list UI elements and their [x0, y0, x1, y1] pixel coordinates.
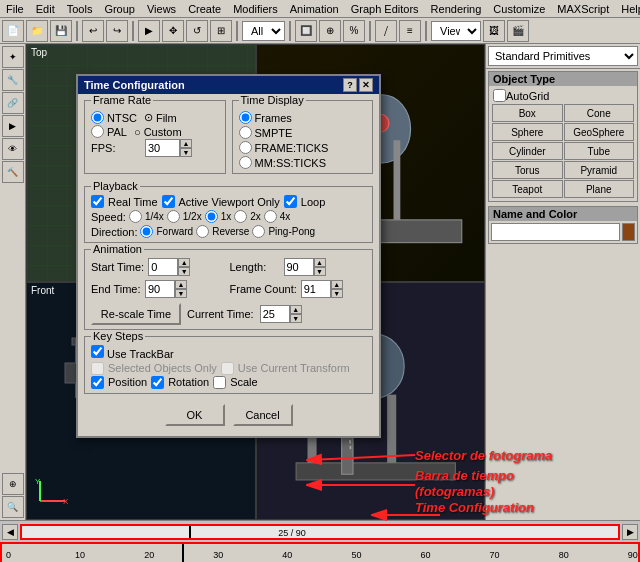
- menu-maxscript[interactable]: MAXScript: [551, 2, 615, 16]
- undo-btn[interactable]: ↩: [82, 20, 104, 42]
- plane-btn[interactable]: Plane: [564, 180, 635, 198]
- filter-dropdown[interactable]: All: [242, 21, 285, 41]
- speed-1x[interactable]: [205, 210, 218, 223]
- new-btn[interactable]: 📄: [2, 20, 24, 42]
- menu-tools[interactable]: Tools: [61, 2, 99, 16]
- dialog-help-btn[interactable]: ?: [343, 78, 357, 92]
- view-dropdown[interactable]: View: [431, 21, 481, 41]
- frame-count-down[interactable]: ▼: [331, 289, 343, 298]
- start-up[interactable]: ▲: [178, 258, 190, 267]
- autogrid-checkbox[interactable]: [493, 89, 506, 102]
- cancel-button[interactable]: Cancel: [233, 404, 293, 426]
- tube-btn[interactable]: Tube: [564, 142, 635, 160]
- rescale-time-btn[interactable]: Re-scale Time: [91, 303, 181, 325]
- cone-btn[interactable]: Cone: [564, 104, 635, 122]
- object-name-input[interactable]: [491, 223, 620, 241]
- position-checkbox[interactable]: [91, 376, 104, 389]
- direction-forward[interactable]: [140, 225, 153, 238]
- frames-radio[interactable]: Frames: [239, 111, 367, 124]
- end-down[interactable]: ▼: [175, 289, 187, 298]
- speed-4x[interactable]: [264, 210, 277, 223]
- end-time-input[interactable]: [145, 280, 175, 298]
- menu-group[interactable]: Group: [98, 2, 141, 16]
- create-mode-btn[interactable]: ✦: [2, 46, 24, 68]
- rotate-btn[interactable]: ↺: [186, 20, 208, 42]
- scale-btn[interactable]: ⊞: [210, 20, 232, 42]
- color-swatch[interactable]: [622, 223, 635, 241]
- percent-snap-btn[interactable]: %: [343, 20, 365, 42]
- move-gizmo-btn[interactable]: ⊕: [2, 473, 24, 495]
- frame-count-up[interactable]: ▲: [331, 280, 343, 289]
- fps-up[interactable]: ▲: [180, 139, 192, 148]
- menu-help[interactable]: Help: [615, 2, 640, 16]
- pal-radio-input[interactable]: [91, 125, 104, 138]
- menu-create[interactable]: Create: [182, 2, 227, 16]
- zoom-btn[interactable]: 🔍: [2, 496, 24, 518]
- pal-radio[interactable]: PAL ○ Custom: [91, 125, 219, 138]
- start-down[interactable]: ▼: [178, 267, 190, 276]
- menu-rendering[interactable]: Rendering: [425, 2, 488, 16]
- snap-btn[interactable]: 🔲: [295, 20, 317, 42]
- menu-customize[interactable]: Customize: [487, 2, 551, 16]
- standard-primitives-dropdown[interactable]: Standard Primitives: [488, 46, 638, 66]
- selected-objects-checkbox[interactable]: [91, 362, 104, 375]
- realtime-checkbox[interactable]: [91, 195, 104, 208]
- use-current-transform-checkbox[interactable]: [221, 362, 234, 375]
- dialog-close-btn[interactable]: ✕: [359, 78, 373, 92]
- menu-modifiers[interactable]: Modifiers: [227, 2, 284, 16]
- ntsc-radio-input[interactable]: [91, 111, 104, 124]
- menu-file[interactable]: File: [0, 2, 30, 16]
- direction-pingpong[interactable]: [252, 225, 265, 238]
- timeline-track[interactable]: 25 / 90: [20, 524, 620, 540]
- end-up[interactable]: ▲: [175, 280, 187, 289]
- speed-2x[interactable]: [234, 210, 247, 223]
- align-btn[interactable]: ≡: [399, 20, 421, 42]
- move-btn[interactable]: ✥: [162, 20, 184, 42]
- speed-quarter[interactable]: [129, 210, 142, 223]
- direction-reverse[interactable]: [196, 225, 209, 238]
- geosphere-btn[interactable]: GeoSphere: [564, 123, 635, 141]
- torus-btn[interactable]: Torus: [492, 161, 563, 179]
- length-down[interactable]: ▼: [314, 267, 326, 276]
- mirror-btn[interactable]: ⧸: [375, 20, 397, 42]
- render2-btn[interactable]: 🎬: [507, 20, 529, 42]
- rotation-checkbox[interactable]: [151, 376, 164, 389]
- current-time-input[interactable]: [260, 305, 290, 323]
- ntsc-radio[interactable]: NTSC ⊙ Film: [91, 111, 219, 124]
- smpte-radio-input[interactable]: [239, 126, 252, 139]
- hierarchy-btn[interactable]: 🔗: [2, 92, 24, 114]
- speed-half[interactable]: [167, 210, 180, 223]
- use-trackbar-checkbox[interactable]: [91, 345, 104, 358]
- menu-views[interactable]: Views: [141, 2, 182, 16]
- modify-btn[interactable]: 🔧: [2, 69, 24, 91]
- motion-btn[interactable]: ▶: [2, 115, 24, 137]
- mmss-radio-input[interactable]: [239, 156, 252, 169]
- current-time-up[interactable]: ▲: [290, 305, 302, 314]
- frameticks-radio-input[interactable]: [239, 141, 252, 154]
- menu-graph-editors[interactable]: Graph Editors: [345, 2, 425, 16]
- redo-btn[interactable]: ↪: [106, 20, 128, 42]
- fps-down[interactable]: ▼: [180, 148, 192, 157]
- current-time-down[interactable]: ▼: [290, 314, 302, 323]
- box-btn[interactable]: Box: [492, 104, 563, 122]
- sphere-btn[interactable]: Sphere: [492, 123, 563, 141]
- select-btn[interactable]: ▶: [138, 20, 160, 42]
- mmss-radio[interactable]: MM:SS:TICKS: [239, 156, 367, 169]
- angle-snap-btn[interactable]: ⊕: [319, 20, 341, 42]
- active-viewport-checkbox[interactable]: [162, 195, 175, 208]
- smpte-radio[interactable]: SMPTE: [239, 126, 367, 139]
- open-btn[interactable]: 📁: [26, 20, 48, 42]
- next-frame-btn[interactable]: ▶: [622, 524, 638, 540]
- teapot-btn[interactable]: Teapot: [492, 180, 563, 198]
- pyramid-btn[interactable]: Pyramid: [564, 161, 635, 179]
- frameticks-radio[interactable]: FRAME:TICKS: [239, 141, 367, 154]
- length-up[interactable]: ▲: [314, 258, 326, 267]
- loop-checkbox[interactable]: [284, 195, 297, 208]
- menu-edit[interactable]: Edit: [30, 2, 61, 16]
- render-btn[interactable]: 🖼: [483, 20, 505, 42]
- frames-radio-input[interactable]: [239, 111, 252, 124]
- fps-input[interactable]: [145, 139, 180, 157]
- start-time-input[interactable]: [148, 258, 178, 276]
- length-input[interactable]: [284, 258, 314, 276]
- prev-frame-btn[interactable]: ◀: [2, 524, 18, 540]
